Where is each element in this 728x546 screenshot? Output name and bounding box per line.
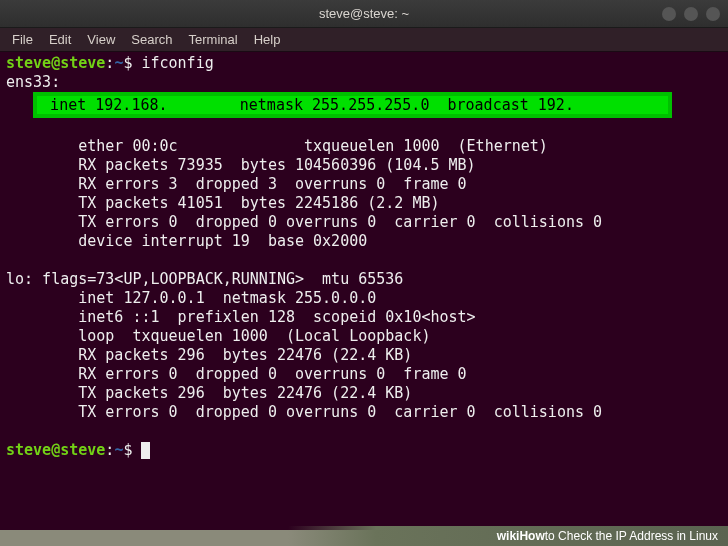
titlebar: steve@steve: ~: [0, 0, 728, 28]
terminal-output[interactable]: steve@steve:~$ ifconfig ens33: inet 192.…: [0, 52, 728, 530]
window-controls: [662, 7, 720, 21]
footer: wikiHow to Check the IP Address in Linux: [0, 526, 728, 546]
lo-output: lo: flags=73<UP,LOOPBACK,RUNNING> mtu 65…: [6, 270, 602, 421]
menu-help[interactable]: Help: [248, 30, 287, 49]
terminal-window: steve@steve: ~ File Edit View Search Ter…: [0, 0, 728, 530]
menu-edit[interactable]: Edit: [43, 30, 77, 49]
cursor-icon: [141, 442, 150, 459]
menu-search[interactable]: Search: [125, 30, 178, 49]
prompt-symbol: $: [123, 54, 141, 72]
highlighted-inet-line: inet 192.168. netmask 255.255.255.0 broa…: [33, 92, 672, 118]
close-icon[interactable]: [706, 7, 720, 21]
menu-view[interactable]: View: [81, 30, 121, 49]
prompt-symbol-2: $: [123, 441, 141, 459]
command-text: ifconfig: [141, 54, 213, 72]
menubar: File Edit View Search Terminal Help: [0, 28, 728, 52]
footer-caption: wikiHow to Check the IP Address in Linux: [288, 526, 728, 546]
menu-terminal[interactable]: Terminal: [183, 30, 244, 49]
brand-prefix: wiki: [497, 529, 520, 543]
menu-file[interactable]: File: [6, 30, 39, 49]
maximize-icon[interactable]: [684, 7, 698, 21]
window-title: steve@steve: ~: [0, 6, 728, 21]
ens33-head: ens33:: [6, 73, 60, 91]
prompt-user-2: steve@steve: [6, 441, 105, 459]
footer-text: to Check the IP Address in Linux: [545, 529, 718, 543]
ens33-output: ether 00:0c txqueuelen 1000 (Ethernet) R…: [6, 137, 602, 250]
prompt-user: steve@steve: [6, 54, 105, 72]
minimize-icon[interactable]: [662, 7, 676, 21]
brand-suffix: How: [519, 529, 544, 543]
